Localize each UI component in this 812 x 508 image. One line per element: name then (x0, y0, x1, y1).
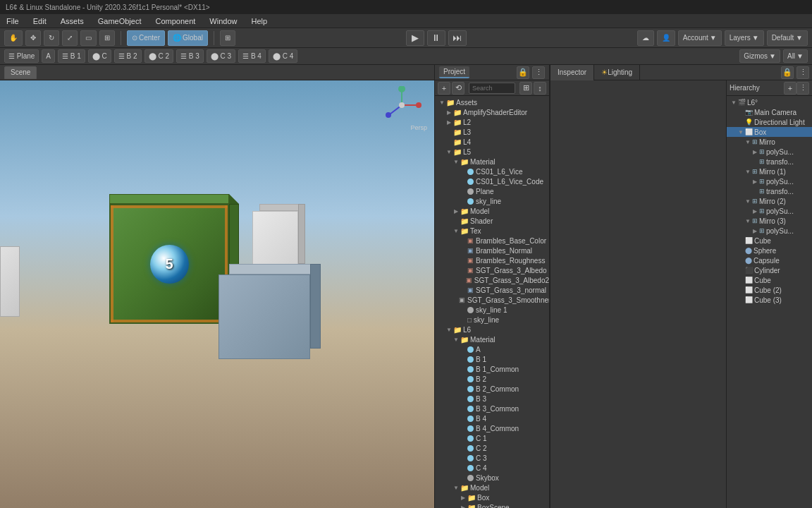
project-tree-item[interactable]: B 4 (435, 413, 549, 423)
hierarchy-item[interactable]: ▶ ⊞ polySu... (727, 176, 812, 186)
project-tree-item[interactable]: sky_line 1 (435, 305, 549, 315)
hierarchy-item[interactable]: ▶ ⊞ polySu... (727, 206, 812, 216)
project-tree-item[interactable]: B 2 (435, 374, 549, 384)
project-tree-item[interactable]: ▣ SGT_Grass_3_Smoothner (435, 295, 549, 305)
menu-window[interactable]: Window (207, 17, 239, 25)
project-tree-item[interactable]: ▶ 📁 L2 (435, 117, 549, 127)
hierarchy-item[interactable]: 📷 Main Camera (727, 107, 812, 117)
project-tree-item[interactable]: ▼ 📁 Tex (435, 226, 549, 236)
project-tree-item[interactable]: B 2_Common (435, 384, 549, 394)
a-btn[interactable]: A (42, 49, 55, 63)
play-button[interactable]: ▶ (406, 30, 424, 46)
hierarchy-item[interactable]: ▼ ⊞ Mirro (727, 137, 812, 147)
project-refresh-btn[interactable]: ⟲ (452, 82, 465, 95)
hierarchy-item[interactable]: ⬤ Sphere (727, 246, 812, 255)
project-tree-item[interactable]: ▶ 📁 Box (435, 492, 549, 502)
plane-btn[interactable]: ☰ Plane (4, 49, 39, 63)
menu-edit[interactable]: Edit (31, 17, 49, 25)
b3-btn[interactable]: ☰ B 3 (176, 49, 204, 63)
project-tree-item[interactable]: ▼ 📁 Model (435, 483, 549, 492)
project-tree-item[interactable]: ▣ Brambles_Normal (435, 246, 549, 255)
project-tree-item[interactable]: C 3 (435, 453, 549, 463)
project-tree-item[interactable]: ▣ Brambles_Base_Color (435, 236, 549, 246)
hierarchy-item[interactable]: ⬜ Cube (727, 236, 812, 246)
menu-assets[interactable]: Assets (59, 17, 86, 25)
project-tree-item[interactable]: CS01_L6_Vice_Code (435, 176, 549, 186)
pause-button[interactable]: ⏸ (427, 30, 445, 46)
gizmos-btn[interactable]: Gizmos ▼ (739, 49, 780, 63)
hierarchy-item[interactable]: ▼ 🎬 L6° (727, 97, 812, 107)
menu-help[interactable]: Help (249, 17, 269, 25)
hierarchy-item[interactable]: ⊞ transfo... (727, 186, 812, 196)
hierarchy-item[interactable]: ⬜ Cube (727, 275, 812, 285)
inspector-tab[interactable]: Inspector (550, 65, 594, 80)
project-tree-item[interactable]: ▶ 📁 Model (435, 206, 549, 216)
tool-hand[interactable]: ✋ (4, 30, 23, 46)
all-btn[interactable]: All ▼ (783, 49, 808, 63)
scene-tab[interactable]: Scene (4, 66, 37, 79)
scene-canvas[interactable]: 5 (0, 80, 434, 508)
project-tree-item[interactable]: C 1 (435, 433, 549, 443)
hierarchy-item[interactable]: ▼ ⊞ Mirro (1) (727, 167, 812, 176)
layout-btn[interactable]: Default ▼ (767, 30, 808, 46)
hierarchy-body[interactable]: ▼ 🎬 L6° 📷 Main Camera 💡 Directional Ligh… (727, 96, 812, 508)
project-search-input[interactable] (469, 83, 515, 94)
project-tree-item[interactable]: ▣ SGT_Grass_3_normal (435, 285, 549, 295)
c4-btn[interactable]: ⬤ C 4 (269, 49, 297, 63)
project-content[interactable]: ▼ 📁 Assets ▶ 📁 AmplifyShaderEditor ▶ 📁 L… (435, 96, 549, 508)
project-view-btn[interactable]: ⊞ (519, 82, 532, 95)
pivot-center[interactable]: ⊙ Center (127, 30, 165, 46)
project-add-btn[interactable]: + (438, 82, 450, 95)
project-tree-item[interactable]: ▶ 📁 BoxScene (435, 502, 549, 508)
inspector-menu-btn[interactable]: ⋮ (796, 66, 809, 79)
project-tree-item[interactable]: ▼ 📁 Material (435, 157, 549, 167)
project-tree-item[interactable]: C 4 (435, 463, 549, 473)
menu-component[interactable]: Component (153, 17, 197, 25)
hierarchy-item[interactable]: ⬤ Capsule (727, 255, 812, 265)
tool-multi[interactable]: ⊞ (99, 30, 115, 46)
project-tree-item[interactable]: B 3 (435, 394, 549, 404)
b2-btn[interactable]: ☰ B 2 (114, 49, 142, 63)
project-tree-item[interactable]: ▣ SGT_Grass_3_Albedo (435, 265, 549, 275)
hierarchy-menu-btn[interactable]: ⋮ (796, 82, 809, 95)
project-tree-item[interactable]: ▣ SGT_Grass_3_Albedo2 (435, 275, 549, 285)
tool-rotate[interactable]: ↻ (44, 30, 59, 46)
menu-gameobject[interactable]: GameObject (96, 17, 144, 25)
hierarchy-item[interactable]: ▼ ⬜ Box (727, 127, 812, 137)
project-tree-item[interactable]: B 1_Common (435, 364, 549, 374)
project-tab[interactable]: Project (439, 66, 469, 78)
project-tree-item[interactable]: ▼ 📁 L6 (435, 325, 549, 334)
collab-btn[interactable]: 👤 (657, 30, 675, 46)
hierarchy-item[interactable]: ⬛ Cylinder (727, 265, 812, 275)
project-menu-btn[interactable]: ⋮ (532, 66, 545, 79)
cloud-btn[interactable]: ☁ (637, 30, 654, 46)
project-tree-item[interactable]: Skybox (435, 473, 549, 483)
inspector-lock-btn[interactable]: 🔒 (781, 66, 794, 79)
space-global[interactable]: 🌐 Global (168, 30, 208, 46)
c-btn[interactable]: ⬤ C (88, 49, 111, 63)
c3-btn[interactable]: ⬤ C 3 (207, 49, 235, 63)
layers-btn[interactable]: Layers ▼ (725, 30, 764, 46)
hierarchy-item[interactable]: ⊞ transfo... (727, 157, 812, 167)
hierarchy-item[interactable]: ▼ ⊞ Mirro (3) (727, 216, 812, 226)
project-tree-item[interactable]: 📁 Shader (435, 216, 549, 226)
lighting-tab[interactable]: ☀ Lighting (594, 65, 640, 80)
step-button[interactable]: ⏭ (448, 30, 467, 46)
project-tree-item[interactable]: □ sky_line (435, 315, 549, 325)
b1-btn[interactable]: ☰ B 1 (58, 49, 85, 63)
project-tree-item[interactable]: 📁 L3 (435, 127, 549, 137)
project-tree-item[interactable]: ▼ 📁 L5 (435, 147, 549, 157)
project-tree-item[interactable]: 📁 L4 (435, 137, 549, 147)
hierarchy-item[interactable]: ⬜ Cube (3) (727, 295, 812, 305)
project-tree-item[interactable]: ▶ 📁 AmplifyShaderEditor (435, 107, 549, 117)
hierarchy-item[interactable]: ▶ ⊞ polySu... (727, 147, 812, 157)
project-tree-item[interactable]: B 3_Common (435, 404, 549, 413)
hierarchy-add-btn[interactable]: + (784, 82, 796, 95)
tool-rect[interactable]: ▭ (80, 30, 97, 46)
b4-btn[interactable]: ☰ B 4 (238, 49, 266, 63)
hierarchy-item[interactable]: ▶ ⊞ polySu... (727, 226, 812, 236)
hierarchy-item[interactable]: ▼ ⊞ Mirro (2) (727, 196, 812, 206)
project-tree-item[interactable]: ▼ 📁 Assets (435, 97, 549, 107)
project-tree-item[interactable]: B 1 (435, 354, 549, 364)
project-tree-item[interactable]: C 2 (435, 443, 549, 453)
